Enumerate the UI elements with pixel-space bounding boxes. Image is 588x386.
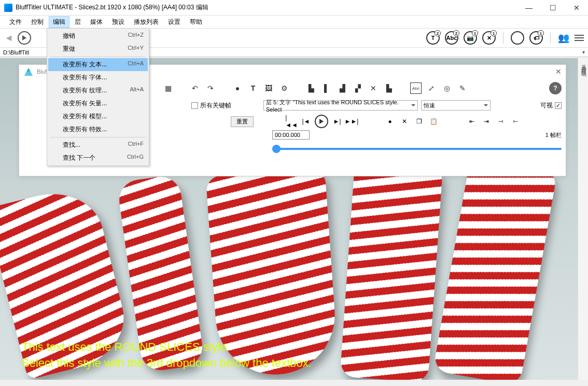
range-out-icon[interactable]: ⤚ [510,116,521,127]
prev-frame-icon[interactable]: |◄ [300,116,312,127]
marker-end-icon[interactable]: ⇥ [481,116,492,127]
toolbar-badge-4[interactable] [511,31,524,45]
play-button[interactable] [18,31,31,45]
menu-媒体[interactable]: 媒体 [86,16,107,28]
svg-marker-3 [319,119,324,124]
menu-item-查找...[interactable]: 查找...Ctrl+F [48,139,148,151]
record-icon[interactable]: ● [384,116,396,127]
all-keyframes-checkbox[interactable]: 所有关键帧 [191,101,231,110]
fx-icon[interactable]: ⚙ [278,82,290,94]
maximize-button[interactable]: ☐ [545,3,560,13]
menu-item-改变所有 特效...[interactable]: 改变所有 特效... [48,123,148,136]
wand-icon[interactable]: ✎ [457,82,468,94]
copy-icon[interactable]: ❐ [413,116,425,127]
speed-select[interactable]: 恒速 [421,100,491,111]
range-in-icon[interactable]: ⤙ [495,116,507,127]
path-dropdown-icon[interactable]: ▾ [582,49,585,55]
align-top-icon[interactable]: ▞ [352,82,363,94]
redo-icon[interactable]: ↷ [205,82,216,94]
menubar: 文件控制编辑层媒体预设播放列表设置帮助 [0,16,588,28]
back-icon[interactable]: ◄ [4,33,13,44]
menu-层[interactable]: 层 [71,16,85,28]
menu-编辑[interactable]: 编辑 [49,16,69,28]
toolbar-badge-5[interactable]: 🏷1 [529,31,543,45]
editor-close-button[interactable]: ✕ [555,67,562,76]
menu-item-改变所有 纹理...[interactable]: 改变所有 纹理...Alt+A [48,84,148,97]
text-icon[interactable]: T [247,82,259,94]
menu-item-查找 下一个[interactable]: 查找 下一个Ctrl+G [48,151,148,164]
film-icon[interactable]: ▦ [162,82,174,94]
image-icon[interactable]: 🖼 [263,82,274,94]
layer-select[interactable]: 层 5: 文字 "This text uses the ROUND SLICES… [263,100,418,111]
menu-预设[interactable]: 预设 [108,16,129,28]
menu-文件[interactable]: 文件 [5,16,26,28]
users-icon[interactable]: 👥 [558,32,569,44]
align-center-icon[interactable]: ▌ [321,82,332,94]
paste-icon[interactable]: 📋 [428,116,439,127]
align-bot-icon[interactable]: ▙ [383,82,395,94]
file-path: D:\BluffTitl [3,49,29,56]
align-right-icon[interactable]: ▟ [337,82,348,94]
toolbar-badge-3[interactable]: ✕1 [482,31,496,45]
toolbar-badge-2[interactable]: 📷1 [464,31,477,45]
menu-帮助[interactable]: 帮助 [186,16,206,28]
play-icon[interactable] [315,115,328,128]
time-input[interactable] [272,130,310,140]
menu-播放列表[interactable]: 播放列表 [130,16,163,28]
menu-item-撤销[interactable]: 撤销Ctrl+Z [48,30,148,43]
menu-item-改变所有 模型...[interactable]: 改变所有 模型... [48,110,148,123]
close-button[interactable]: ✕ [569,3,584,13]
skip-end-icon[interactable]: ►►| [346,116,357,127]
app-icon [4,4,12,12]
help-button[interactable]: ? [549,82,562,94]
toolbar-badge-1[interactable]: Abc2 [445,31,458,45]
visible-checkbox[interactable]: 可视 [540,101,562,110]
menu-item-改变所有 矢量...[interactable]: 改变所有 矢量... [48,97,148,110]
hamburger-icon[interactable] [575,35,584,41]
menu-item-重做[interactable]: 重做Ctrl+Y [48,43,148,56]
next-frame-icon[interactable]: ►| [331,116,343,127]
abc-box-icon[interactable]: Abc [410,82,422,94]
menu-item-改变所有 文本...[interactable]: 改变所有 文本...Ctrl+A [48,58,148,71]
blob-icon[interactable]: ● [232,82,243,94]
minimize-button[interactable]: — [522,3,536,13]
menu-item-改变所有 字体...[interactable]: 改变所有 字体... [48,71,148,84]
menu-设置[interactable]: 设置 [164,16,185,28]
align-mid-icon[interactable]: ✕ [368,82,379,94]
svg-point-2 [27,70,30,72]
edit-menu-dropdown: 撤销Ctrl+Z重做Ctrl+Y改变所有 文本...Ctrl+A改变所有 字体.… [47,28,149,166]
align-left-icon[interactable]: ▙ [305,82,317,94]
titlebar: BluffTitler ULTIMATE - Slices2.bt 1920 x… [0,0,588,16]
timeline-handle[interactable] [272,145,281,153]
right-info-strip: 基 共 暑 软 软 嗯 [578,58,588,380]
expand-icon[interactable]: ⤢ [426,82,437,94]
menu-控制[interactable]: 控制 [27,16,48,28]
toolbar-badge-0[interactable]: T2 [426,31,440,45]
cone-icon [23,66,34,77]
marker-start-icon[interactable]: ⇤ [466,116,478,127]
target-icon[interactable]: ◎ [441,82,453,94]
svg-marker-0 [22,35,26,40]
frame-label: 1 帧栏 [545,131,562,139]
undo-icon[interactable]: ↶ [189,82,201,94]
preview-caption: This text uses the ROUND SLICES style. S… [22,339,312,371]
window-title: BluffTitler ULTIMATE - Slices2.bt 1920 x… [16,3,522,12]
skip-start-icon[interactable]: |◄◄ [286,116,297,127]
reset-button-2[interactable]: 重置 [231,116,254,127]
delete-key-icon[interactable]: ✕ [399,116,410,127]
